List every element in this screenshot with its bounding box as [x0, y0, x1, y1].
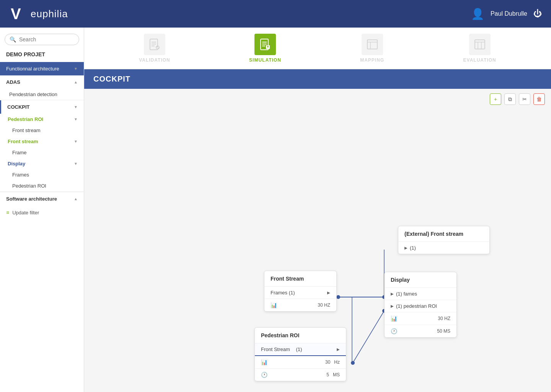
- arrow-right-icon: ▶: [391, 304, 394, 308]
- delete-button[interactable]: 🗑: [533, 93, 545, 105]
- search-box[interactable]: 🔍: [5, 34, 79, 45]
- add-button[interactable]: +: [490, 93, 501, 105]
- external-value: (1): [410, 245, 416, 251]
- display-freq-row: 📊 30 HZ: [385, 312, 456, 325]
- display-node: Display ▶ (1) fames ▶ (1) pedestrian ROI: [384, 272, 457, 338]
- functional-architecture-section[interactable]: Functionnal architecture ▼: [0, 62, 84, 75]
- display-title: Display: [385, 272, 456, 288]
- svg-line-25: [353, 311, 384, 363]
- chart-icon: 📊: [271, 302, 277, 308]
- chevron-down-icon: ▼: [74, 67, 78, 71]
- chevron-down-icon: ▼: [74, 162, 78, 166]
- tab-validation[interactable]: VALIDATION: [139, 34, 170, 63]
- external-front-stream-node: (External) Front stream ▶ (1): [398, 226, 490, 254]
- svg-rect-14: [367, 40, 377, 49]
- software-architecture-section[interactable]: Software architecture ▲: [0, 192, 84, 206]
- app-header: V euphilia 👤 Paul Dubrulle ⏻: [0, 0, 551, 28]
- display-time-row: 🕐 50 MS: [385, 325, 456, 337]
- front-stream-subgroup[interactable]: Front stream ▼: [0, 136, 84, 147]
- arrow-right-icon: ▶: [391, 292, 394, 296]
- frames-item[interactable]: Frames: [0, 169, 84, 180]
- pedestrian-roi-node: Pedestrian ROI Front Stream (1) ▶ 📊 30: [254, 327, 346, 381]
- top-tabs: VALIDATION SIMULATION MAPPING EVALUATION: [84, 28, 551, 69]
- frames-label: Frames (1): [271, 290, 295, 296]
- tab-evaluation[interactable]: EVALUATION: [463, 34, 496, 63]
- display-label: Display: [8, 161, 25, 167]
- filter-icon: ≡: [6, 209, 9, 216]
- cut-button[interactable]: ✂: [519, 93, 530, 105]
- mapping-label: MAPPING: [360, 57, 384, 63]
- svg-point-29: [351, 361, 355, 365]
- svg-rect-17: [475, 40, 485, 49]
- chevron-down-icon: ▼: [74, 105, 78, 109]
- cockpit-group: COCKPIT ▼ Pedestrian ROI ▼ Front stream …: [0, 100, 84, 192]
- chevron-down-icon: ▼: [74, 139, 78, 144]
- logo-text: euphilia: [31, 8, 68, 20]
- svg-text:V: V: [11, 5, 21, 22]
- header-right: 👤 Paul Dubrulle ⏻: [471, 8, 542, 20]
- pedestrian-roi-subgroup[interactable]: Pedestrian ROI ▼: [0, 114, 84, 125]
- evaluation-icon: [469, 34, 491, 55]
- pedestrian-roi-time-row: 🕐 5 MS: [255, 369, 346, 381]
- chart-icon: 📊: [391, 315, 397, 322]
- svg-point-28: [336, 295, 340, 299]
- search-input[interactable]: [19, 36, 74, 42]
- ped-time-value: 5 MS: [326, 372, 340, 377]
- user-name: Paul Dubrulle: [491, 10, 527, 17]
- sidebar: 🔍 DEMO PROJET Functionnal architecture ▼…: [0, 28, 84, 392]
- update-filter-label: Update filter: [12, 210, 39, 216]
- front-stream-node: Front Stream Frames (1) ▶ 📊 30 HZ: [264, 271, 337, 312]
- validation-label: VALIDATION: [139, 57, 170, 63]
- pedestrian-detection-item[interactable]: Pendestrian detection: [0, 89, 84, 100]
- functional-arch-label: Functionnal architecture: [6, 66, 59, 72]
- chevron-up-icon: ▲: [74, 197, 78, 201]
- adas-label: ADAS: [6, 79, 20, 85]
- mapping-icon: [362, 34, 383, 55]
- display-fames-row: ▶ (1) fames: [385, 288, 456, 300]
- pedestrian-roi-title: Pedestrian ROI: [255, 328, 346, 343]
- cockpit-title: COCKPIT: [84, 69, 551, 89]
- clock-icon: 🕐: [261, 372, 267, 378]
- front-stream-child-item[interactable]: Front stream: [0, 125, 84, 136]
- arrow-right-icon: ▶: [404, 246, 408, 250]
- external-front-stream-row: ▶ (1): [398, 242, 489, 254]
- diagram-area: + ⧉ ✂ 🗑: [84, 89, 551, 392]
- validation-icon: [144, 34, 165, 55]
- pedestrian-roi-item[interactable]: Pedestrian ROI: [0, 180, 84, 191]
- ped-front-stream-value: (1): [296, 346, 302, 352]
- cockpit-header[interactable]: COCKPIT ▼: [0, 100, 84, 114]
- front-stream-node-title: Front Stream: [264, 271, 336, 287]
- evaluation-label: EVALUATION: [463, 57, 496, 63]
- ped-freq-value: 30 Hz: [325, 359, 340, 365]
- tab-simulation[interactable]: SIMULATION: [249, 34, 281, 63]
- chevron-down-icon: ▼: [74, 117, 78, 121]
- logo-icon: V: [9, 5, 28, 23]
- chevron-up-icon: ▲: [74, 80, 78, 84]
- display-subgroup[interactable]: Display ▼: [0, 158, 84, 169]
- content-area: VALIDATION SIMULATION MAPPING EVALUATION: [84, 28, 551, 392]
- clock-icon: 🕐: [391, 328, 397, 334]
- front-stream-freq-row: 📊 30 HZ: [264, 299, 336, 311]
- software-arch-label: Software architecture: [6, 196, 57, 202]
- power-button[interactable]: ⏻: [533, 9, 542, 19]
- front-stream-label: Front stream: [8, 139, 38, 144]
- logo: V euphilia: [9, 5, 68, 23]
- ped-roi-label: (1) pedestrian ROI: [396, 303, 437, 309]
- main-layout: 🔍 DEMO PROJET Functionnal architecture ▼…: [0, 28, 551, 392]
- diagram-toolbar: + ⧉ ✂ 🗑: [490, 93, 545, 105]
- frame-item[interactable]: Frame: [0, 147, 84, 158]
- display-freq: 30 HZ: [438, 316, 450, 321]
- user-avatar-icon: 👤: [471, 8, 484, 20]
- copy-button[interactable]: ⧉: [504, 93, 516, 105]
- tab-mapping[interactable]: MAPPING: [360, 34, 384, 63]
- adas-header[interactable]: ADAS ▲: [0, 75, 84, 89]
- project-name: DEMO PROJET: [0, 51, 84, 62]
- arrow-right-icon: ▶: [337, 347, 340, 351]
- display-time: 50 MS: [437, 328, 450, 334]
- update-filter-item[interactable]: ≡ Update filter: [0, 206, 84, 219]
- chart-icon: 📊: [261, 359, 267, 365]
- pedestrian-roi-freq-row: 📊 30 Hz: [255, 356, 346, 369]
- pedestrian-roi-label: Pedestrian ROI: [8, 116, 43, 122]
- arrow-right-icon: ▶: [327, 291, 330, 295]
- front-stream-freq: 30 HZ: [318, 302, 330, 308]
